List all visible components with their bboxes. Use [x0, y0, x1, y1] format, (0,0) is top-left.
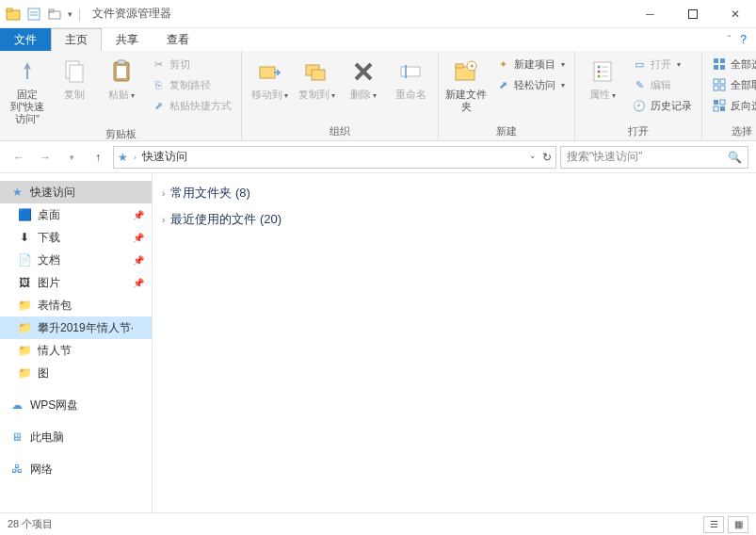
pin-icon: 📌: [133, 255, 144, 266]
svg-point-27: [598, 71, 601, 73]
tab-share[interactable]: 共享: [102, 28, 153, 51]
folder-icon: 📄: [17, 252, 32, 268]
sidebar-wps[interactable]: ☁ WPS网盘: [0, 394, 152, 416]
view-icons-button[interactable]: ▦: [728, 516, 748, 533]
address-dropdown-icon[interactable]: ⌄: [529, 151, 537, 164]
svg-rect-32: [714, 58, 718, 63]
svg-rect-7: [688, 9, 697, 18]
ribbon-collapse-icon[interactable]: ˇ: [728, 34, 732, 45]
group-frequent-folders[interactable]: › 常用文件夹 (8): [162, 185, 747, 202]
group-open: 属性▾ ▭打开▾ ✎编辑 🕘历史记录 打开: [575, 51, 702, 140]
nav-recent-dropdown[interactable]: ▾: [60, 146, 83, 169]
svg-rect-1: [7, 8, 12, 11]
help-icon[interactable]: ?: [740, 33, 747, 46]
pin-icon: 📌: [133, 210, 144, 220]
nav-up-button[interactable]: ↑: [87, 146, 109, 169]
moveto-button[interactable]: 移动到▾: [248, 55, 291, 102]
star-icon: ★: [9, 185, 24, 200]
close-button[interactable]: ✕: [714, 0, 756, 28]
newfolder-button[interactable]: ✦ 新建文件夹: [444, 55, 488, 113]
svg-point-26: [598, 66, 601, 69]
sidebar-item[interactable]: 🖼图片📌: [0, 271, 152, 294]
sidebar-item[interactable]: ⬇下载📌: [0, 226, 152, 249]
ribbon: 固定到"快速访问" 复制 粘贴▾ ✂剪切 ⎘复制路径 ⬈粘贴快捷方式 剪贴板 移…: [0, 51, 756, 141]
svg-rect-35: [720, 65, 725, 70]
svg-rect-22: [456, 64, 463, 68]
group-select: 全部选择 全部取消 反向选择 选择: [702, 51, 756, 140]
pin-icon: 📌: [133, 278, 144, 288]
breadcrumb[interactable]: 快速访问: [142, 149, 187, 165]
tab-view[interactable]: 查看: [153, 28, 203, 51]
group-new: ✦ 新建文件夹 ✦新建项目▾ ⬈轻松访问▾ 新建: [439, 51, 575, 140]
cut-button[interactable]: ✂剪切: [147, 55, 235, 73]
easyaccess-button[interactable]: ⬈轻松访问▾: [491, 75, 569, 94]
pin-quickaccess-button[interactable]: 固定到"快速访问": [6, 55, 49, 125]
qat-newfolder-icon[interactable]: [47, 7, 62, 22]
folder-icon: 🖼: [17, 275, 32, 290]
chevron-right-icon: ›: [162, 188, 165, 199]
svg-point-28: [598, 75, 601, 78]
folder-icon: 📁: [17, 320, 32, 335]
app-icon: [6, 7, 21, 22]
sidebar-item[interactable]: 🟦桌面📌: [0, 203, 152, 226]
svg-rect-10: [70, 65, 83, 82]
pasteshortcut-button[interactable]: ⬈粘贴快捷方式: [147, 96, 235, 115]
copypath-button[interactable]: ⎘复制路径: [147, 75, 235, 94]
copyto-button[interactable]: 复制到▾: [295, 55, 338, 102]
sidebar-item[interactable]: 📁图: [0, 362, 152, 384]
sidebar-item[interactable]: 📁情人节: [0, 339, 152, 362]
sidebar-item[interactable]: 📁攀升2019年情人节·: [0, 316, 152, 339]
tab-home[interactable]: 主页: [51, 28, 102, 51]
svg-rect-2: [28, 8, 40, 20]
svg-rect-37: [720, 79, 725, 84]
selectall-button[interactable]: 全部选择: [708, 55, 756, 73]
navigation-pane: ★ 快速访问 🟦桌面📌⬇下载📌📄文档📌🖼图片📌📁表情包📁攀升2019年情人节·📁…: [0, 173, 153, 512]
svg-rect-39: [720, 86, 725, 90]
qat-dropdown-icon[interactable]: ▾: [68, 9, 72, 19]
group-clipboard: 固定到"快速访问" 复制 粘贴▾ ✂剪切 ⎘复制路径 ⬈粘贴快捷方式 剪贴板: [0, 51, 242, 140]
folder-icon: 🟦: [17, 207, 32, 222]
search-input[interactable]: 搜索"快速访问" 🔍: [560, 146, 748, 169]
sidebar-network[interactable]: 🖧 网络: [0, 458, 152, 480]
invertselect-button[interactable]: 反向选择: [708, 96, 756, 115]
properties-button[interactable]: 属性▾: [581, 55, 624, 102]
sidebar-thispc[interactable]: 🖥 此电脑: [0, 426, 152, 448]
svg-rect-13: [117, 66, 126, 78]
rename-button[interactable]: 重命名: [389, 55, 432, 101]
group-recent-files[interactable]: › 最近使用的文件 (20): [162, 211, 747, 228]
refresh-button[interactable]: ↻: [542, 151, 552, 164]
maximize-button[interactable]: [671, 0, 714, 28]
svg-rect-41: [720, 100, 725, 105]
paste-button[interactable]: 粘贴▾: [100, 55, 143, 102]
tab-file[interactable]: 文件: [0, 28, 51, 51]
folder-icon: 📁: [17, 343, 32, 358]
address-box[interactable]: ★ › 快速访问 ⌄ ↻: [113, 146, 556, 169]
history-button[interactable]: 🕘历史记录: [628, 96, 696, 115]
minimize-button[interactable]: ─: [629, 0, 671, 28]
folder-icon: ⬇: [17, 230, 32, 245]
sidebar-item[interactable]: 📄文档📌: [0, 249, 152, 271]
svg-rect-38: [714, 86, 718, 90]
folder-icon: 📁: [17, 365, 32, 381]
delete-button[interactable]: 删除▾: [342, 55, 385, 102]
chevron-right-icon: ›: [162, 215, 165, 225]
nav-forward-button[interactable]: →: [34, 146, 56, 169]
svg-rect-12: [118, 60, 125, 64]
folder-icon: 📁: [17, 298, 32, 313]
selectnone-button[interactable]: 全部取消: [708, 75, 756, 94]
sidebar-item[interactable]: 📁表情包: [0, 294, 152, 316]
group-organize: 移动到▾ 复制到▾ 删除▾ 重命名 组织: [242, 51, 439, 140]
copy-button[interactable]: 复制: [53, 55, 96, 101]
view-details-button[interactable]: ☰: [703, 516, 724, 533]
qat-properties-icon[interactable]: [26, 7, 41, 22]
status-bar: 28 个项目 ☰ ▦: [0, 512, 756, 535]
sidebar-quickaccess[interactable]: ★ 快速访问: [0, 181, 152, 203]
search-icon[interactable]: 🔍: [728, 151, 742, 164]
nav-back-button[interactable]: ←: [8, 146, 30, 169]
newitem-button[interactable]: ✦新建项目▾: [491, 55, 569, 73]
edit-button[interactable]: ✎编辑: [628, 75, 696, 94]
pc-icon: 🖥: [9, 430, 24, 445]
open-button[interactable]: ▭打开▾: [628, 55, 696, 73]
svg-rect-16: [312, 70, 325, 80]
ribbon-tabs: 文件 主页 共享 查看 ˇ ?: [0, 28, 756, 51]
